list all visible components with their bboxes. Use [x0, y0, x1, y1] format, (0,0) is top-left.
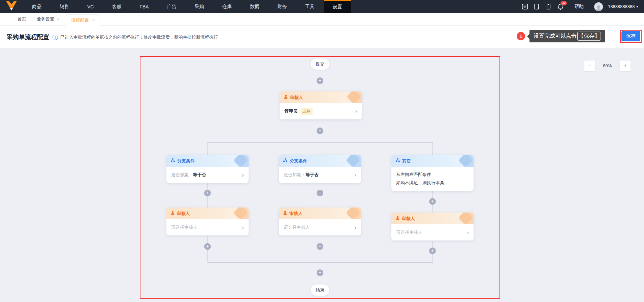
nav-item-customer-service[interactable]: 客服	[103, 0, 130, 13]
flow-end-node[interactable]: 结束	[311, 285, 329, 296]
zoom-level-label: 80%	[599, 63, 616, 68]
card-header: 审核人	[279, 207, 361, 219]
nav-item-fba[interactable]: FBA	[130, 0, 158, 13]
add-node-button[interactable]: +	[317, 77, 323, 84]
user-account-menu[interactable]: 18888888888 ▾	[608, 4, 638, 9]
nav-item-sales[interactable]: 销售	[51, 0, 78, 13]
approver-placeholder: 请选择审核人	[396, 229, 422, 235]
card-header: 审核人	[166, 207, 249, 219]
document-add-icon[interactable]	[534, 3, 540, 10]
tab-home[interactable]: 首页	[13, 13, 31, 25]
card-body: 管理员 或签 ›	[280, 103, 362, 119]
nav-divider	[569, 4, 569, 9]
card-header: 其它	[391, 155, 474, 167]
nav-item-vc[interactable]: VC	[78, 0, 103, 13]
info-message: i 已进入审批流程的单据按之前的流程执行；修改审批流后，新的审批按新流程执行	[53, 34, 218, 40]
nav-item-tools[interactable]: 工具	[296, 0, 324, 13]
node-type-label: 审核人	[289, 211, 302, 217]
card-header: 审核人	[280, 91, 362, 103]
node-type-label: 审核人	[177, 211, 190, 217]
approver-node-right[interactable]: 审核人 请选择审核人 ›	[391, 213, 474, 240]
condition-value: 等于否	[193, 172, 206, 178]
card-header: 分支条件	[166, 155, 249, 167]
info-icon: i	[53, 35, 58, 40]
nav-right-tools: 32 帮助 18888888888 ▾	[522, 0, 644, 13]
nav-item-data[interactable]: 数据	[241, 0, 268, 13]
branch-condition-node-middle[interactable]: 分支条件 是否加急： 等于否 ›	[279, 155, 361, 183]
app-window: 商品 销售 VC 客服 FBA 广告 采购 仓库 数据 财务 工具 设置	[0, 0, 644, 302]
tab-label: 业务设置	[37, 13, 54, 25]
flow-start-node[interactable]: 提交	[311, 59, 329, 70]
approver-node-top[interactable]: 审核人 管理员 或签 ›	[280, 91, 362, 119]
other-rule-line2: 如均不满足，则执行本条	[396, 179, 469, 187]
person-icon	[284, 95, 288, 100]
approver-placeholder: 请选择审核人	[171, 224, 197, 230]
add-node-button[interactable]: +	[204, 243, 211, 250]
card-header: 分支条件	[279, 155, 361, 167]
nav-item-warehouse[interactable]: 仓库	[213, 0, 241, 13]
node-type-label: 分支条件	[177, 158, 195, 164]
branch-icon	[396, 158, 400, 163]
node-type-label: 审核人	[290, 95, 303, 101]
person-icon	[396, 216, 399, 221]
notification-bell-icon[interactable]: 32	[557, 3, 564, 10]
add-node-button[interactable]: +	[429, 198, 436, 205]
guide-tooltip: 设置完成可以点击 【保存】	[529, 30, 605, 42]
nav-item-products[interactable]: 商品	[23, 0, 51, 13]
header-decoration	[458, 155, 474, 167]
branch-other-node[interactable]: 其它 从左向右匹配条件 如均不满足，则执行本条	[391, 155, 474, 191]
tab-process-config[interactable]: 流程配置 ×	[66, 14, 101, 26]
node-type-label: 审核人	[402, 216, 415, 222]
approver-name: 管理员	[284, 108, 297, 114]
add-node-button[interactable]: +	[317, 243, 323, 250]
other-rule-line1: 从左向右匹配条件	[396, 170, 469, 179]
mobile-icon[interactable]	[545, 3, 552, 10]
guide-tooltip-highlight: 【保存】	[577, 32, 601, 41]
guide-tooltip-text: 设置完成可以点击	[534, 33, 577, 40]
username-label: 18888888888	[608, 4, 635, 9]
header-decoration	[346, 207, 361, 219]
add-node-button[interactable]: +	[317, 190, 323, 196]
approver-node-left[interactable]: 审核人 请选择审核人 ›	[166, 207, 249, 235]
nav-divider	[589, 4, 589, 9]
nav-item-ads[interactable]: 广告	[158, 0, 186, 13]
download-icon[interactable]	[522, 3, 528, 10]
branch-icon	[283, 158, 287, 163]
app-logo[interactable]	[0, 0, 23, 13]
close-icon[interactable]: ×	[92, 18, 95, 22]
condition-label: 是否加急：	[284, 172, 305, 178]
user-avatar[interactable]	[594, 2, 603, 11]
card-body: 请选择审核人 ›	[166, 219, 249, 235]
card-body: 是否加急： 等于否 ›	[166, 167, 249, 183]
nav-item-purchase[interactable]: 采购	[186, 0, 213, 13]
tab-label: 流程配置	[71, 17, 89, 23]
card-body: 请选择审核人 ›	[391, 224, 474, 240]
add-node-button[interactable]: +	[429, 248, 436, 254]
card-header: 审核人	[391, 213, 474, 224]
card-body: 从左向右匹配条件 如均不满足，则执行本条	[391, 167, 474, 191]
card-body: 请选择审核人 ›	[279, 219, 361, 235]
node-type-label: 其它	[402, 158, 411, 164]
nav-item-finance[interactable]: 财务	[268, 0, 296, 13]
help-link[interactable]: 帮助	[574, 4, 584, 10]
approver-placeholder: 请选择审核人	[284, 224, 310, 230]
header-decoration	[233, 207, 249, 219]
condition-label: 是否加急：	[171, 172, 193, 178]
add-node-button[interactable]: +	[204, 190, 211, 196]
chevron-right-icon: ›	[242, 172, 244, 178]
info-text: 已进入审批流程的单据按之前的流程执行；修改审批流后，新的审批按新流程执行	[60, 34, 218, 40]
person-icon	[283, 211, 287, 216]
zoom-out-button[interactable]: −	[584, 61, 595, 71]
open-tabs-bar: 首页 业务设置 × 流程配置 ×	[0, 13, 644, 26]
zoom-in-button[interactable]: +	[620, 61, 631, 71]
nav-item-settings[interactable]: 设置	[324, 0, 351, 13]
add-node-button[interactable]: +	[317, 127, 323, 134]
approver-node-middle[interactable]: 审核人 请选择审核人 ›	[279, 207, 361, 235]
condition-value: 等于否	[305, 172, 319, 178]
tab-business-settings[interactable]: 业务设置 ×	[31, 13, 63, 25]
branch-condition-node-left[interactable]: 分支条件 是否加急： 等于否 ›	[166, 155, 249, 183]
close-icon[interactable]: ×	[57, 17, 60, 22]
header-decoration	[233, 155, 249, 167]
add-node-button[interactable]: +	[317, 269, 323, 276]
save-button[interactable]: 保存	[621, 31, 640, 41]
